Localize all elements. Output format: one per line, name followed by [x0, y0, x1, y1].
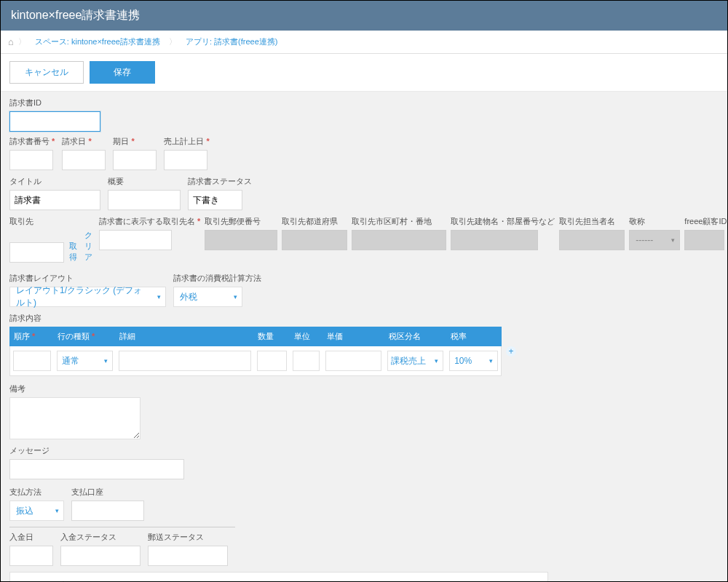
message-input[interactable] — [9, 459, 184, 479]
row-type-select[interactable]: 通常▾ — [57, 351, 113, 371]
chevron-down-icon: ▾ — [489, 357, 493, 364]
sales-date-label: 売上計上日 — [164, 136, 209, 147]
sales-date-input[interactable] — [164, 150, 207, 170]
invoice-number-label: 請求書番号 — [9, 136, 55, 147]
remarks-textarea[interactable] — [9, 397, 141, 439]
invoice-date-input[interactable] — [62, 150, 106, 170]
taxname-select[interactable]: 課税売上▾ — [387, 351, 443, 371]
detail-input[interactable] — [119, 351, 251, 371]
order-input[interactable] — [13, 351, 51, 371]
chevron-down-icon: ▾ — [157, 293, 161, 300]
breadcrumb: ⌂ 〉 スペース: kintone×freee請求書連携 〉 アプリ: 請求書(… — [1, 31, 727, 54]
invoice-date-label: 請求日 — [62, 136, 106, 147]
actions-bar: キャンセル 保存 — [1, 54, 727, 92]
table-header: 順序 行の種類 詳細 数量 単位 単価 税区分名 税率 — [9, 327, 502, 346]
layout-label: 請求書レイアウト — [9, 273, 166, 284]
send-status-label: 郵送ステータス — [148, 532, 228, 543]
payment-method-label: 支払方法 — [9, 487, 64, 498]
cancel-button[interactable]: キャンセル — [9, 61, 84, 84]
table-row: 通常▾ 課税売上▾ 10%▾ — [9, 346, 502, 376]
partner-city-input — [352, 230, 446, 250]
layout-select[interactable]: レイアウト1/クラシック (デフォルト) ▾ — [9, 287, 166, 307]
unit-input[interactable] — [293, 351, 320, 371]
payment-status-label: 入金ステータス — [60, 532, 141, 543]
partner-display-label: 請求書に表示する取引先名 — [99, 216, 200, 227]
partner-contact-input — [559, 230, 625, 250]
partner-label: 取引先 — [9, 216, 95, 227]
tax-calc-label: 請求書の消費税計算方法 — [173, 273, 261, 284]
chevron-down-icon: ▾ — [435, 357, 438, 364]
due-date-label: 期日 — [113, 136, 157, 147]
partner-pref-label: 取引先都道府県 — [282, 216, 347, 227]
partner-building-label: 取引先建物名・部屋番号など — [451, 216, 555, 227]
app-title: kintone×freee請求書連携 — [11, 9, 140, 21]
title-label: タイトル — [9, 176, 100, 187]
taxrate-select[interactable]: 10%▾ — [449, 351, 498, 371]
invoice-id-label: 請求書ID — [9, 97, 719, 108]
payment-account-label: 支払口座 — [71, 487, 144, 498]
chevron-down-icon: ▾ — [671, 236, 675, 244]
honorific-select[interactable]: ------ ▾ — [629, 230, 680, 250]
partner-city-label: 取引先市区町村・番地 — [352, 216, 446, 227]
partner-building-input — [451, 230, 538, 250]
status-input[interactable] — [188, 190, 242, 210]
payment-date-input[interactable] — [9, 546, 53, 566]
form-area: 請求書ID 請求書番号 請求日 期日 売上計上日 タイトル 概要 — [1, 92, 727, 582]
chevron-right-icon: 〉 — [18, 36, 26, 47]
freee-customer-id-label: freee顧客ID — [684, 216, 727, 227]
outline-input[interactable] — [108, 190, 181, 210]
chevron-down-icon: ▾ — [234, 293, 237, 300]
chevron-right-icon: 〉 — [169, 36, 177, 47]
invoice-number-input[interactable] — [9, 150, 53, 170]
home-icon[interactable]: ⌂ — [8, 36, 14, 47]
breadcrumb-space[interactable]: スペース: kintone×freee請求書連携 — [28, 35, 167, 49]
outline-label: 概要 — [108, 176, 181, 187]
payment-method-select[interactable]: 振込▾ — [9, 501, 64, 521]
partner-display-input[interactable] — [99, 230, 172, 250]
group-toggle[interactable]: 〉 グループ — [9, 572, 548, 582]
payment-account-input[interactable] — [71, 501, 144, 521]
title-input[interactable] — [9, 190, 100, 210]
payment-date-label: 入金日 — [9, 532, 53, 543]
send-status-input[interactable] — [148, 546, 228, 566]
due-date-input[interactable] — [113, 150, 157, 170]
qty-input[interactable] — [257, 351, 288, 371]
chevron-down-icon: ▾ — [104, 357, 108, 364]
clear-button[interactable]: クリア — [84, 230, 92, 263]
invoice-id-input[interactable] — [9, 111, 100, 132]
chevron-down-icon: ▾ — [55, 507, 59, 514]
partner-contact-label: 取引先担当者名 — [559, 216, 625, 227]
partner-postal-input — [205, 230, 277, 250]
freee-customer-id-input — [684, 230, 724, 250]
tax-calc-select[interactable]: 外税 ▾ — [173, 287, 242, 307]
message-label: メッセージ — [9, 445, 719, 456]
price-input[interactable] — [325, 351, 381, 371]
invoice-lines-title: 請求内容 — [9, 313, 719, 324]
partner-input[interactable] — [9, 242, 64, 263]
lookup-button[interactable]: 取得 — [69, 241, 77, 263]
payment-status-input[interactable] — [60, 546, 141, 566]
app-header: kintone×freee請求書連携 — [1, 1, 727, 31]
partner-pref-input — [282, 230, 347, 250]
honorific-label: 敬称 — [629, 216, 680, 227]
divider — [9, 527, 235, 527]
status-label: 請求書ステータス — [188, 176, 252, 187]
breadcrumb-app[interactable]: アプリ: 請求書(freee連携) — [178, 35, 285, 49]
save-button[interactable]: 保存 — [90, 61, 155, 84]
partner-postal-label: 取引先郵便番号 — [205, 216, 277, 227]
add-row-button[interactable]: + — [506, 346, 516, 356]
remarks-label: 備考 — [9, 383, 719, 394]
